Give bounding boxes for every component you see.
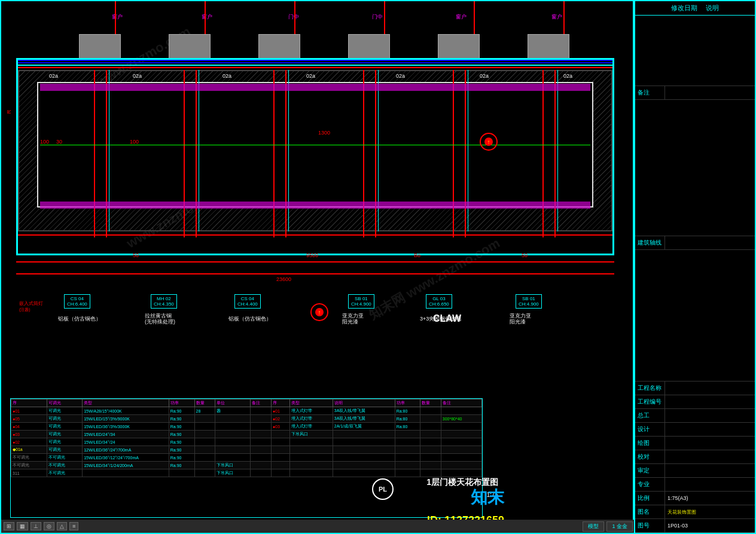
- rp-draw-label: 绘图: [635, 437, 665, 450]
- col-red-6: [285, 70, 286, 237]
- direction-symbol-2: ↑: [310, 303, 328, 321]
- red-strip-bottom: [18, 234, 612, 236]
- comp-label-recessed-2: (注盏): [19, 307, 43, 313]
- direction-inner: ↑: [484, 138, 493, 146]
- rp-draw-row: 绘图: [635, 437, 755, 450]
- col-red-10: [465, 70, 466, 237]
- label-02a-1: 02a: [49, 73, 58, 79]
- window-label-3: 窗户: [456, 13, 467, 21]
- rp-scale-value: 1:75(A3): [665, 494, 755, 502]
- dim-line-left: [16, 261, 327, 263]
- legend-row-4: ●03可调光15W/LED/24°/34Ra:90 下吊风口: [11, 431, 482, 438]
- right-panel-header: 修改日期 说明: [635, 1, 755, 16]
- main-canvas: www.znzmo.com 知末网 www.znzmo.com www.znzm…: [0, 0, 634, 534]
- direction-arrow-2: ↑: [318, 309, 321, 316]
- sym-val-sb2: CH:4.900: [519, 301, 539, 307]
- rp-revisions: [635, 16, 755, 86]
- rp-draw-value: [665, 442, 755, 444]
- col-red-2: [106, 70, 107, 237]
- rp-project-row: 工程名称: [635, 382, 755, 395]
- dim-vertical: R: [6, 110, 12, 114]
- symbol-cs04-2: CS 04 CH:4.400: [234, 294, 261, 309]
- dim-100b: 100: [130, 139, 139, 145]
- col-red-11: [542, 70, 544, 237]
- rp-chief-value: [665, 414, 755, 417]
- dim-bo: Bo: [414, 252, 420, 258]
- legend-row-6: ◆01a可调光12W/LED/36°/24°/700mARa:90: [11, 446, 482, 454]
- door-label-1: 门中: [288, 13, 299, 21]
- sym-val-sb1: CH:4.900: [351, 301, 371, 307]
- rp-scale-label: 比例: [635, 492, 665, 505]
- symbol-sb01-2: SB 01 CH:4.900: [516, 294, 542, 309]
- rp-approve-value: [665, 469, 755, 472]
- dim-9500: 9500: [306, 252, 318, 258]
- rp-projnum-label: 工程编号: [635, 395, 665, 408]
- window-label-4: 窗户: [551, 13, 562, 21]
- hvac-box-2: [169, 34, 211, 61]
- sym-val-gl: CH:6.650: [429, 301, 449, 307]
- tab-model[interactable]: 模型: [583, 521, 604, 532]
- col-red-1: [94, 70, 95, 237]
- dim-100: 100: [40, 139, 49, 145]
- legend-area: 序 可调光 类型 功率 数量 单位 备注 序 类型 说明 功率 数量 备注 ●0…: [10, 398, 483, 518]
- rp-design-value: [665, 428, 755, 431]
- rp-check-label: 校对: [635, 450, 665, 463]
- tab-layout[interactable]: 1 金金: [606, 521, 633, 532]
- legend-header: 序 可调光 类型 功率 数量 单位 备注 序 类型 说明 功率 数量 备注: [11, 399, 482, 407]
- hvac-box-5: [438, 34, 480, 61]
- label-02a-5: 02a: [396, 73, 405, 79]
- rp-drawname-value: 天花装饰置图: [665, 508, 755, 517]
- label-brass-2: (无特殊处理): [145, 318, 175, 326]
- vert-line-2: [205, 1, 206, 37]
- rp-axis-space: [635, 250, 755, 382]
- rp-modify-label: 修改日期: [671, 4, 697, 11]
- label-acrylic-2: 阳光漆: [342, 318, 358, 326]
- cyan-strip: [18, 65, 612, 66]
- col-red-12: [554, 70, 556, 237]
- rp-check-value: [665, 456, 755, 458]
- rp-drawname-label: 图名: [635, 505, 665, 518]
- right-panel: 修改日期 说明 备注 建筑轴线 工程名称 工程编号 总工 设计 绘图 校对 审: [634, 0, 756, 534]
- col-red-3: [184, 70, 185, 237]
- toolbar-grid[interactable]: ▦: [17, 522, 28, 530]
- light-trough-top: [40, 84, 590, 91]
- dim-1300: 1300: [318, 130, 330, 136]
- col-red-4: [196, 70, 197, 237]
- rp-axis-label: 建筑轴线: [635, 236, 665, 249]
- pl-text: PL: [379, 486, 387, 493]
- rp-approve-label: 审定: [635, 464, 665, 477]
- symbol-sb01-1: SB 01 CH:4.900: [348, 294, 374, 309]
- vert-line-1: [115, 1, 116, 37]
- label-02a-3: 02a: [222, 73, 231, 79]
- rp-note-label: 说明: [706, 4, 719, 11]
- dim-50-left: 50: [133, 252, 139, 258]
- toolbar-snap[interactable]: ⊞: [4, 522, 14, 530]
- rp-drawnum-label: 图号: [635, 519, 665, 532]
- component-group-1: 嵌入式筒灯 (注盏): [19, 300, 43, 313]
- label-glass: 3+3夹胶钢化玻璃: [420, 315, 461, 323]
- symbol-cs04-1: CS 04 CH:6.400: [64, 294, 90, 309]
- vert-line-3: [294, 1, 295, 37]
- vert-line-6: [563, 1, 565, 37]
- rp-note-value: [665, 91, 755, 94]
- col-red-7: [363, 70, 364, 237]
- blue-strip-2: [18, 62, 612, 63]
- toolbar-ortho[interactable]: ⊥: [31, 522, 41, 530]
- blue-strip-1: [18, 60, 612, 61]
- rp-specialty-label: 专业: [635, 478, 665, 491]
- rp-projnum-row: 工程编号: [635, 395, 755, 409]
- rp-projnum-value: [665, 401, 755, 403]
- toolbar-lineweight[interactable]: ≡: [69, 522, 78, 530]
- dim-30: 30: [56, 139, 62, 145]
- sym-val-1: CH:6.400: [67, 301, 87, 307]
- toolbar-polar[interactable]: ◎: [44, 522, 54, 530]
- sym-title-gl: GL 03: [429, 296, 449, 301]
- sym-title-mh: MH 02: [154, 296, 174, 301]
- rp-axis-row: 建筑轴线: [635, 236, 755, 250]
- rp-specialty-row: 专业: [635, 478, 755, 492]
- sym-title-sb2: SB 01: [519, 296, 539, 301]
- comp-label-recessed: 嵌入式筒灯: [19, 300, 43, 307]
- direction-symbol: ↑: [480, 133, 498, 151]
- toolbar-osnap[interactable]: △: [57, 522, 67, 530]
- legend-row-9: 311不可调光下吊风口: [11, 469, 482, 477]
